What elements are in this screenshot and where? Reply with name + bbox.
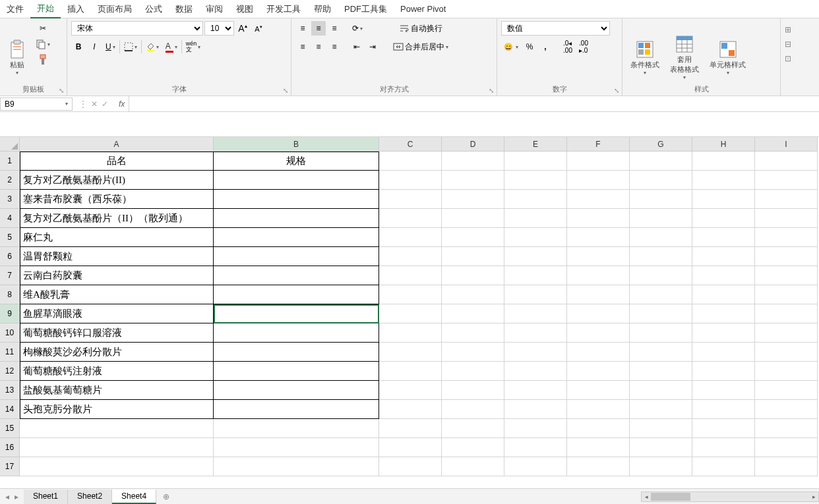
cell-I17[interactable] [755,457,818,476]
cell-D7[interactable] [442,266,504,285]
menu-开始[interactable]: 开始 [30,0,61,18]
cell-A10[interactable]: 葡萄糖酸钙锌口服溶液 [20,323,214,343]
cell-F10[interactable] [567,323,630,343]
menu-帮助[interactable]: 帮助 [307,1,338,18]
col-header-E[interactable]: E [504,137,567,152]
cell-G17[interactable] [630,457,692,476]
row-header-17[interactable]: 17 [0,457,20,476]
cell-D11[interactable] [442,343,504,362]
cell-I12[interactable] [755,362,818,381]
col-header-F[interactable]: F [567,137,630,152]
cell-B2[interactable] [214,171,379,190]
cell-F16[interactable] [567,438,630,457]
align-top-button[interactable]: ≡ [295,21,310,36]
cell-G15[interactable] [630,419,692,438]
row-header-2[interactable]: 2 [0,171,20,190]
sheet-tab-sheet1[interactable]: Sheet1 [24,490,68,504]
col-header-C[interactable]: C [379,137,442,152]
align-bottom-button[interactable]: ≡ [327,21,342,36]
cell-F1[interactable] [567,152,630,171]
font-color-button[interactable]: A▾ [163,40,180,54]
cell-H5[interactable] [692,228,755,247]
cell-F13[interactable] [567,381,630,400]
cell-D1[interactable] [442,152,504,171]
cut-button[interactable]: ✂ [33,21,53,36]
tab-next-icon[interactable]: ▸ [15,492,18,501]
cell-H2[interactable] [692,171,755,190]
row-header-11[interactable]: 11 [0,343,20,362]
cell-H13[interactable] [692,381,755,400]
cell-I10[interactable] [755,323,818,343]
number-format-select[interactable]: 数值 [501,21,610,36]
cell-E17[interactable] [504,457,567,476]
cell-A4[interactable]: 复方对乙酰氨基酚片（II）（散列通） [20,209,214,228]
cell-I16[interactable] [755,438,818,457]
cell-E1[interactable] [504,152,567,171]
row-header-5[interactable]: 5 [0,228,20,247]
border-button[interactable]: ▾ [121,40,140,54]
cell-A17[interactable] [20,457,214,476]
merge-center-button[interactable]: 合并后居中 ▾ [388,40,454,54]
cell-F15[interactable] [567,419,630,438]
cell-A7[interactable]: 云南白药胶囊 [20,266,214,285]
font-size-select[interactable]: 10 [204,21,234,36]
cell-H12[interactable] [692,362,755,381]
accounting-format-button[interactable]: 😄▾ [501,40,521,54]
cell-F8[interactable] [567,285,630,304]
cell-C14[interactable] [379,400,442,419]
cell-E10[interactable] [504,323,567,343]
select-all-corner[interactable] [0,137,20,152]
increase-decimal-button[interactable]: .0◂.00 [561,40,575,54]
menu-pdf工具集[interactable]: PDF工具集 [338,1,394,18]
cell-A15[interactable] [20,419,214,438]
decrease-font-button[interactable]: A▾ [251,21,266,36]
scrollbar-thumb[interactable] [651,493,690,501]
row-header-12[interactable]: 12 [0,362,20,381]
cell-D12[interactable] [442,362,504,381]
cell-G3[interactable] [630,190,692,209]
cell-I15[interactable] [755,419,818,438]
cell-D13[interactable] [442,381,504,400]
cell-F3[interactable] [567,190,630,209]
cell-I5[interactable] [755,228,818,247]
cell-G4[interactable] [630,209,692,228]
cell-E9[interactable] [504,304,567,323]
cell-B8[interactable] [214,285,379,304]
cell-B4[interactable] [214,209,379,228]
font-name-select[interactable]: 宋体 [71,21,203,36]
row-header-9[interactable]: 9 [0,304,20,323]
cell-A12[interactable]: 葡萄糖酸钙注射液 [20,362,214,381]
cell-A5[interactable]: 麻仁丸 [20,228,214,247]
cell-D4[interactable] [442,209,504,228]
cell-D14[interactable] [442,400,504,419]
cell-G1[interactable] [630,152,692,171]
cell-A11[interactable]: 枸橼酸莫沙必利分散片 [20,343,214,362]
cell-B1[interactable]: 规格 [214,152,379,171]
cell-C17[interactable] [379,457,442,476]
cell-G9[interactable] [630,304,692,323]
cell-C3[interactable] [379,190,442,209]
dialog-launcher-icon[interactable]: ⤡ [614,87,619,94]
cell-C13[interactable] [379,381,442,400]
cell-I2[interactable] [755,171,818,190]
cell-E5[interactable] [504,228,567,247]
row-header-1[interactable]: 1 [0,152,20,171]
percent-button[interactable]: % [522,40,537,54]
sheet-tab-sheet2[interactable]: Sheet2 [68,490,112,504]
row-header-10[interactable]: 10 [0,323,20,343]
cell-I8[interactable] [755,285,818,304]
dialog-launcher-icon[interactable]: ⤡ [489,87,494,94]
row-header-8[interactable]: 8 [0,285,20,304]
cell-I1[interactable] [755,152,818,171]
cell-F5[interactable] [567,228,630,247]
cell-I7[interactable] [755,266,818,285]
cell-H10[interactable] [692,323,755,343]
col-header-I[interactable]: I [755,137,818,152]
phonetic-button[interactable]: wén文▾ [183,40,204,54]
underline-button[interactable]: U▾ [103,40,118,54]
col-header-D[interactable]: D [442,137,504,152]
cell-F12[interactable] [567,362,630,381]
cell-styles-button[interactable]: 单元格样式 ▾ [706,21,750,94]
increase-indent-button[interactable]: ⇥ [365,40,380,54]
cell-I13[interactable] [755,381,818,400]
